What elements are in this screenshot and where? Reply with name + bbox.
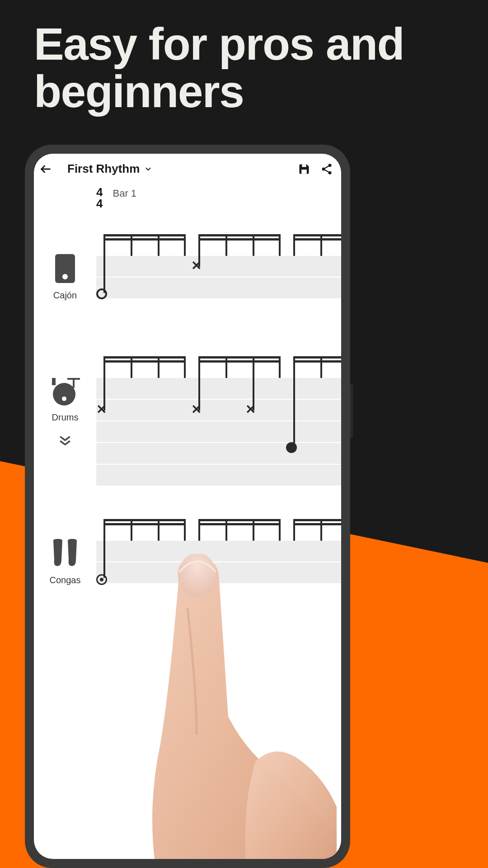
drums-beams xyxy=(100,356,341,378)
svg-point-3 xyxy=(328,164,332,167)
track-cajon: Cajón xyxy=(34,234,341,307)
svg-line-6 xyxy=(325,166,328,168)
headline-text: Easy for pros and beginners xyxy=(34,20,461,115)
app-screen: First Rhythm xyxy=(34,154,341,859)
drums-icon xyxy=(49,374,81,407)
svg-point-10 xyxy=(53,383,75,406)
save-button[interactable] xyxy=(298,163,310,175)
svg-point-9 xyxy=(62,274,68,279)
congas-icon xyxy=(51,537,80,570)
project-title: First Rhythm xyxy=(67,162,140,176)
track-congas: Congas xyxy=(34,519,341,591)
track-label-drums[interactable]: Drums xyxy=(34,356,96,446)
back-arrow-icon xyxy=(39,163,52,175)
finger-pointer-graphic xyxy=(129,554,337,859)
svg-point-11 xyxy=(62,396,66,401)
phone-side-button xyxy=(350,384,353,439)
congas-label: Congas xyxy=(50,575,81,585)
time-sig-numerator: 4 xyxy=(96,187,103,198)
svg-rect-1 xyxy=(301,170,307,174)
track-label-congas[interactable]: Congas xyxy=(34,519,96,585)
note-x[interactable]: ✕ xyxy=(191,260,201,270)
svg-rect-2 xyxy=(302,164,306,167)
congas-lanes xyxy=(96,541,341,584)
note-x[interactable]: ✕ xyxy=(191,404,201,414)
bar-label: Bar 1 xyxy=(113,188,136,199)
share-icon xyxy=(320,163,333,175)
notation-congas[interactable] xyxy=(96,519,341,591)
notation-drums[interactable]: ✕ ✕ ✕ xyxy=(96,356,341,487)
title-dropdown[interactable]: First Rhythm xyxy=(67,162,291,176)
tracks-container: Cajón xyxy=(34,234,341,591)
app-bar: First Rhythm xyxy=(34,154,341,182)
notation-cajon[interactable]: ✕ xyxy=(96,234,341,307)
time-sig-denominator: 4 xyxy=(96,198,103,209)
note-x[interactable]: ✕ xyxy=(96,404,106,414)
congas-beams xyxy=(100,519,341,541)
chevron-down-icon xyxy=(144,165,152,173)
cajon-beams xyxy=(100,234,341,256)
svg-line-7 xyxy=(325,170,328,172)
cajon-lanes xyxy=(96,256,341,299)
track-label-cajon[interactable]: Cajón xyxy=(34,234,96,301)
action-buttons xyxy=(298,163,333,175)
svg-rect-12 xyxy=(52,378,56,385)
svg-point-5 xyxy=(328,171,332,174)
save-icon xyxy=(298,163,310,175)
phone-frame: First Rhythm xyxy=(25,145,350,868)
time-signature[interactable]: 4 4 xyxy=(96,187,103,209)
note-x[interactable]: ✕ xyxy=(245,404,255,414)
share-button[interactable] xyxy=(320,163,333,175)
meta-row: 4 4 Bar 1 xyxy=(34,187,341,209)
svg-point-4 xyxy=(322,167,325,170)
cajon-icon xyxy=(52,252,78,285)
drums-label: Drums xyxy=(52,412,79,423)
track-drums: Drums xyxy=(34,356,341,487)
drums-lanes xyxy=(96,378,341,486)
cajon-label: Cajón xyxy=(53,290,77,301)
back-button[interactable] xyxy=(39,163,52,175)
expand-down-icon[interactable] xyxy=(58,435,72,446)
